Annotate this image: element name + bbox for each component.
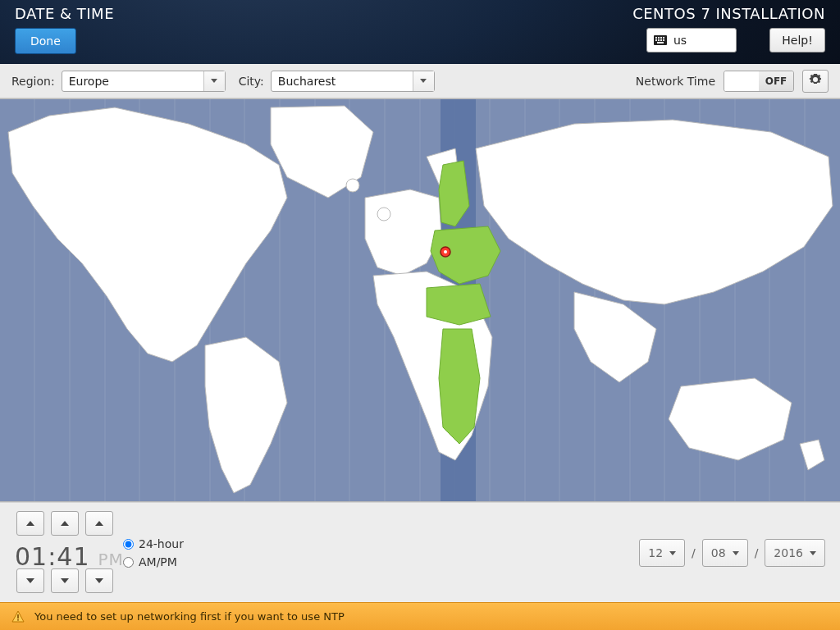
minute-down-button[interactable] [51,568,79,593]
svg-rect-1 [655,37,657,39]
page-title: DATE & TIME [15,5,114,22]
help-button[interactable]: Help! [769,28,825,52]
chevron-down-icon [413,71,434,91]
format-24-radio[interactable]: 24-hour [123,537,184,550]
hour-value: 01 [15,542,48,571]
format-ampm-label: AM/PM [139,555,177,568]
warning-icon [11,610,25,623]
svg-rect-7 [660,39,662,41]
network-time-label: Network Time [636,75,715,88]
minute-up-button[interactable] [51,511,79,536]
format-24-label: 24-hour [139,537,184,550]
svg-rect-9 [657,42,664,43]
svg-rect-2 [658,37,660,39]
keyboard-layout-label: us [673,34,687,47]
svg-rect-40 [17,619,19,621]
region-select[interactable]: Europe [62,71,226,92]
svg-rect-8 [663,39,664,41]
format-24-input[interactable] [123,539,134,550]
chevron-down-icon [61,578,69,583]
chevron-down-icon [669,551,676,555]
svg-rect-3 [660,37,662,39]
toggle-off-label: OFF [759,71,793,91]
ampm-down-button[interactable] [85,568,113,593]
region-label: Region: [11,75,55,88]
year-select[interactable]: 2016 [765,539,825,567]
ampm-up-button[interactable] [85,511,113,536]
header: DATE & TIME Done CENTOS 7 INSTALLATION u… [0,0,840,64]
toggle-on-slot [724,71,759,91]
install-title: CENTOS 7 INSTALLATION [632,5,825,22]
hour-down-button[interactable] [16,568,44,593]
city-select[interactable]: Bucharest [271,71,435,92]
toolbar: Region: Europe City: Bucharest Network T… [0,64,840,98]
ampm-value: PM [98,550,123,569]
svg-rect-5 [655,39,657,41]
time-format-options: 24-hour AM/PM [123,537,184,573]
format-ampm-input[interactable] [123,557,134,568]
svg-point-36 [377,208,390,221]
chevron-up-icon [26,521,34,526]
region-value: Europe [62,75,203,88]
time-display: 01:41 PM [15,542,124,571]
city-value: Bucharest [272,75,413,88]
map-pin-icon [441,247,450,257]
city-label: City: [239,75,264,88]
time-date-panel: 01:41 PM 24-hour AM/PM 12 / 08 / 2016 [0,502,840,602]
day-select[interactable]: 08 [702,539,748,567]
timezone-map[interactable] [0,98,840,502]
chevron-down-icon [203,71,225,91]
date-separator: / [692,546,696,559]
keyboard-layout-indicator[interactable]: us [646,28,737,52]
network-time-toggle[interactable]: OFF [724,71,794,92]
date-picker: 12 / 08 / 2016 [639,539,825,567]
svg-rect-4 [663,37,664,39]
chevron-up-icon [61,521,69,526]
gear-icon [809,73,822,89]
month-select[interactable]: 12 [639,539,685,567]
warning-text: You need to set up networking first if y… [34,610,345,623]
svg-rect-6 [658,39,660,41]
hour-up-button[interactable] [16,511,44,536]
date-separator: / [755,546,759,559]
chevron-up-icon [95,521,103,526]
done-button[interactable]: Done [15,28,76,54]
keyboard-icon [654,35,667,45]
month-value: 12 [648,546,663,559]
chevron-down-icon [95,578,103,583]
svg-point-38 [444,250,447,253]
day-value: 08 [711,546,726,559]
warning-bar: You need to set up networking first if y… [0,602,840,630]
ntp-settings-button[interactable] [802,70,829,93]
year-value: 2016 [774,546,803,559]
minute-value: 41 [57,542,89,571]
svg-point-35 [346,179,359,192]
chevron-down-icon [26,578,34,583]
chevron-down-icon [810,551,816,555]
chevron-down-icon [733,551,739,555]
format-ampm-radio[interactable]: AM/PM [123,555,184,568]
svg-rect-39 [17,614,19,619]
